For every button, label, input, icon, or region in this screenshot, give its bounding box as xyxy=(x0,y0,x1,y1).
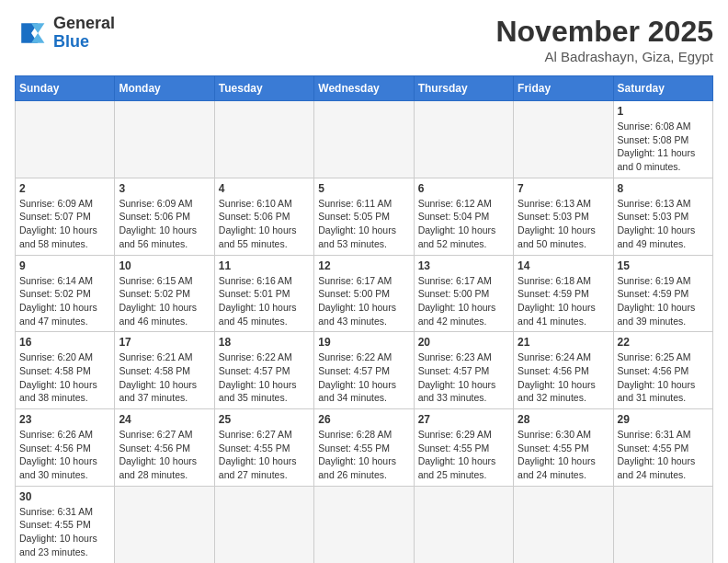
day-number: 28 xyxy=(518,413,609,426)
day-number: 17 xyxy=(119,336,210,349)
day-info: Sunrise: 6:23 AM Sunset: 4:57 PM Dayligh… xyxy=(418,350,509,405)
day-number: 27 xyxy=(418,413,509,426)
day-number: 21 xyxy=(518,336,609,349)
table-row: 30Sunrise: 6:31 AM Sunset: 4:55 PM Dayli… xyxy=(16,486,115,563)
day-number: 5 xyxy=(318,182,409,195)
table-row xyxy=(115,486,214,563)
table-row: 6Sunrise: 6:12 AM Sunset: 5:04 PM Daylig… xyxy=(414,178,513,255)
weekday-header-wednesday: Wednesday xyxy=(314,76,414,101)
logo-icon xyxy=(15,17,48,50)
day-info: Sunrise: 6:08 AM Sunset: 5:08 PM Dayligh… xyxy=(618,120,709,174)
day-info: Sunrise: 6:20 AM Sunset: 4:58 PM Dayligh… xyxy=(19,350,110,405)
table-row: 13Sunrise: 6:17 AM Sunset: 5:00 PM Dayli… xyxy=(414,255,513,332)
day-info: Sunrise: 6:22 AM Sunset: 4:57 PM Dayligh… xyxy=(219,350,310,405)
table-row xyxy=(314,486,414,563)
day-number: 4 xyxy=(219,182,310,195)
weekday-header-saturday: Saturday xyxy=(613,76,712,101)
day-number: 18 xyxy=(219,336,310,349)
day-info: Sunrise: 6:28 AM Sunset: 4:55 PM Dayligh… xyxy=(318,428,409,482)
calendar-week-row: 1Sunrise: 6:08 AM Sunset: 5:08 PM Daylig… xyxy=(16,101,713,178)
day-number: 19 xyxy=(318,336,409,349)
day-number: 20 xyxy=(418,336,509,349)
day-info: Sunrise: 6:13 AM Sunset: 5:03 PM Dayligh… xyxy=(518,197,609,251)
day-info: Sunrise: 6:21 AM Sunset: 4:58 PM Dayligh… xyxy=(119,350,210,405)
table-row xyxy=(514,101,613,178)
day-number: 26 xyxy=(318,413,409,426)
table-row: 14Sunrise: 6:18 AM Sunset: 4:59 PM Dayli… xyxy=(514,255,613,332)
day-info: Sunrise: 6:27 AM Sunset: 4:56 PM Dayligh… xyxy=(119,428,210,482)
title-area: November 2025 Al Badrashayn, Giza, Egypt xyxy=(495,15,713,64)
day-info: Sunrise: 6:27 AM Sunset: 4:55 PM Dayligh… xyxy=(219,428,310,482)
day-number: 11 xyxy=(219,259,310,272)
calendar-week-row: 9Sunrise: 6:14 AM Sunset: 5:02 PM Daylig… xyxy=(16,255,713,332)
month-title: November 2025 xyxy=(495,15,713,49)
table-row: 9Sunrise: 6:14 AM Sunset: 5:02 PM Daylig… xyxy=(16,255,115,332)
table-row: 16Sunrise: 6:20 AM Sunset: 4:58 PM Dayli… xyxy=(16,332,115,409)
table-row: 3Sunrise: 6:09 AM Sunset: 5:06 PM Daylig… xyxy=(115,178,214,255)
table-row: 10Sunrise: 6:15 AM Sunset: 5:02 PM Dayli… xyxy=(115,255,214,332)
day-info: Sunrise: 6:25 AM Sunset: 4:56 PM Dayligh… xyxy=(618,350,709,405)
day-number: 1 xyxy=(618,105,709,118)
day-number: 30 xyxy=(19,490,110,503)
table-row xyxy=(514,486,613,563)
day-info: Sunrise: 6:30 AM Sunset: 4:55 PM Dayligh… xyxy=(518,428,609,482)
table-row: 24Sunrise: 6:27 AM Sunset: 4:56 PM Dayli… xyxy=(115,409,214,487)
table-row: 23Sunrise: 6:26 AM Sunset: 4:56 PM Dayli… xyxy=(16,409,115,487)
table-row xyxy=(414,101,513,178)
table-row xyxy=(16,101,115,178)
table-row xyxy=(314,101,414,178)
weekday-header-friday: Friday xyxy=(514,76,613,101)
table-row: 29Sunrise: 6:31 AM Sunset: 4:55 PM Dayli… xyxy=(613,409,712,487)
day-info: Sunrise: 6:09 AM Sunset: 5:06 PM Dayligh… xyxy=(119,197,210,251)
day-number: 13 xyxy=(418,259,509,272)
table-row: 4Sunrise: 6:10 AM Sunset: 5:06 PM Daylig… xyxy=(214,178,313,255)
day-number: 16 xyxy=(19,336,110,349)
day-number: 24 xyxy=(119,413,210,426)
calendar-week-row: 23Sunrise: 6:26 AM Sunset: 4:56 PM Dayli… xyxy=(16,409,713,487)
table-row: 19Sunrise: 6:22 AM Sunset: 4:57 PM Dayli… xyxy=(314,332,414,409)
day-info: Sunrise: 6:31 AM Sunset: 4:55 PM Dayligh… xyxy=(19,505,110,559)
day-number: 10 xyxy=(119,259,210,272)
table-row xyxy=(214,101,313,178)
day-info: Sunrise: 6:11 AM Sunset: 5:05 PM Dayligh… xyxy=(318,197,409,251)
table-row: 11Sunrise: 6:16 AM Sunset: 5:01 PM Dayli… xyxy=(214,255,313,332)
weekday-header-sunday: Sunday xyxy=(16,76,115,101)
calendar-week-row: 16Sunrise: 6:20 AM Sunset: 4:58 PM Dayli… xyxy=(16,332,713,409)
day-number: 23 xyxy=(19,413,110,426)
day-info: Sunrise: 6:22 AM Sunset: 4:57 PM Dayligh… xyxy=(318,350,409,405)
table-row: 21Sunrise: 6:24 AM Sunset: 4:56 PM Dayli… xyxy=(514,332,613,409)
day-number: 2 xyxy=(19,182,110,195)
location: Al Badrashayn, Giza, Egypt xyxy=(495,49,713,64)
day-number: 29 xyxy=(618,413,709,426)
table-row: 8Sunrise: 6:13 AM Sunset: 5:03 PM Daylig… xyxy=(613,178,712,255)
table-row: 12Sunrise: 6:17 AM Sunset: 5:00 PM Dayli… xyxy=(314,255,414,332)
table-row: 7Sunrise: 6:13 AM Sunset: 5:03 PM Daylig… xyxy=(514,178,613,255)
table-row: 18Sunrise: 6:22 AM Sunset: 4:57 PM Dayli… xyxy=(214,332,313,409)
day-number: 12 xyxy=(318,259,409,272)
table-row: 26Sunrise: 6:28 AM Sunset: 4:55 PM Dayli… xyxy=(314,409,414,487)
weekday-header-tuesday: Tuesday xyxy=(214,76,313,101)
day-info: Sunrise: 6:12 AM Sunset: 5:04 PM Dayligh… xyxy=(418,197,509,251)
day-number: 22 xyxy=(618,336,709,349)
day-number: 9 xyxy=(19,259,110,272)
table-row xyxy=(613,486,712,563)
day-info: Sunrise: 6:31 AM Sunset: 4:55 PM Dayligh… xyxy=(618,428,709,482)
day-info: Sunrise: 6:26 AM Sunset: 4:56 PM Dayligh… xyxy=(19,428,110,482)
day-info: Sunrise: 6:16 AM Sunset: 5:01 PM Dayligh… xyxy=(219,274,310,328)
day-info: Sunrise: 6:24 AM Sunset: 4:56 PM Dayligh… xyxy=(518,350,609,405)
day-number: 7 xyxy=(518,182,609,195)
weekday-header-monday: Monday xyxy=(115,76,214,101)
table-row: 17Sunrise: 6:21 AM Sunset: 4:58 PM Dayli… xyxy=(115,332,214,409)
day-info: Sunrise: 6:14 AM Sunset: 5:02 PM Dayligh… xyxy=(19,274,110,328)
table-row xyxy=(115,101,214,178)
day-info: Sunrise: 6:19 AM Sunset: 4:59 PM Dayligh… xyxy=(618,274,709,328)
day-number: 3 xyxy=(119,182,210,195)
day-info: Sunrise: 6:17 AM Sunset: 5:00 PM Dayligh… xyxy=(318,274,409,328)
table-row: 27Sunrise: 6:29 AM Sunset: 4:55 PM Dayli… xyxy=(414,409,513,487)
day-info: Sunrise: 6:13 AM Sunset: 5:03 PM Dayligh… xyxy=(618,197,709,251)
table-row: 25Sunrise: 6:27 AM Sunset: 4:55 PM Dayli… xyxy=(214,409,313,487)
table-row xyxy=(414,486,513,563)
table-row: 2Sunrise: 6:09 AM Sunset: 5:07 PM Daylig… xyxy=(16,178,115,255)
day-number: 15 xyxy=(618,259,709,272)
day-info: Sunrise: 6:18 AM Sunset: 4:59 PM Dayligh… xyxy=(518,274,609,328)
